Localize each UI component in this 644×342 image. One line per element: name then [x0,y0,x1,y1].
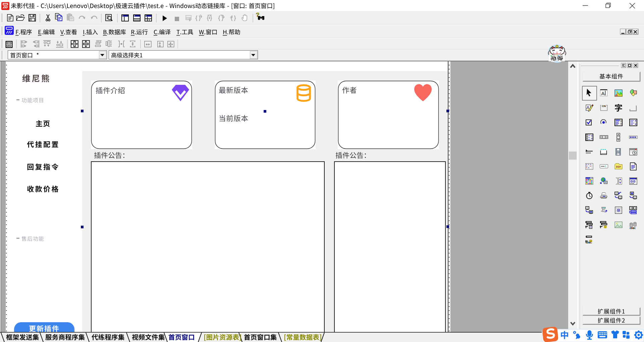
svg-text:CN: CN [602,105,606,108]
svg-text:ODBC: ODBC [586,241,592,244]
svg-text:DIF: DIF [616,165,621,168]
svg-text:ODBC: ODBC [630,227,636,230]
svg-text:1: 1 [618,151,619,153]
svg-text:A: A [601,91,605,96]
